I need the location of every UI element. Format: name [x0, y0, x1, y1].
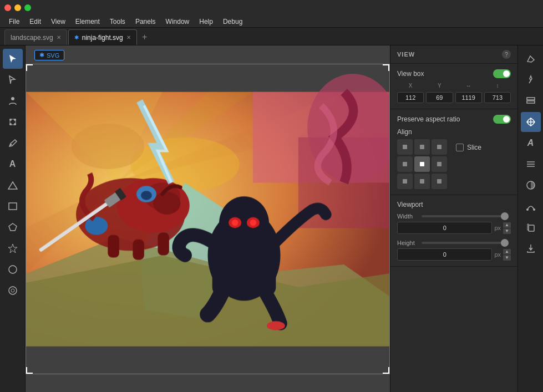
svg-point-27	[153, 191, 180, 214]
viewbox-y-input[interactable]	[426, 92, 453, 103]
tool-path-edit[interactable]	[521, 196, 541, 216]
menu-file[interactable]: File	[4, 17, 24, 27]
align-mc[interactable]	[414, 156, 430, 172]
svg-badge-label: SVG	[47, 52, 59, 59]
tab-close-ninja[interactable]: ✕	[126, 34, 131, 40]
canvas-frame	[26, 64, 390, 374]
maximize-button[interactable]	[24, 4, 31, 11]
svg-badge-prefix: ✱	[39, 52, 44, 59]
tool-list-view[interactable]	[521, 154, 541, 174]
preserve-aspect-text: Preserve aspect ratio	[397, 115, 460, 123]
slice-label: Slice	[467, 144, 481, 151]
viewbox-h-input[interactable]	[484, 92, 511, 103]
viewbox-x-input[interactable]	[397, 92, 424, 103]
tab-label: ninja-fight.svg	[82, 34, 123, 42]
viewport-section: Viewport Width px ▲ ▼ Height	[390, 195, 517, 267]
svg-point-40	[250, 219, 256, 225]
viewbox-toggle[interactable]	[493, 69, 511, 78]
width-increment[interactable]: ▲	[503, 222, 511, 228]
menu-debug[interactable]: Debug	[219, 17, 247, 27]
panel-header: VIEW ?	[390, 45, 517, 64]
viewbox-inputs	[397, 92, 511, 103]
menu-tools[interactable]: Tools	[105, 17, 130, 27]
viewbox-label-text: View box	[397, 70, 424, 78]
height-increment[interactable]: ▲	[503, 249, 511, 254]
svg-badge: ✱ SVG	[34, 50, 64, 60]
tool-layers[interactable]	[521, 91, 541, 111]
tool-nodeedit[interactable]	[3, 112, 23, 132]
height-stepper[interactable]: ▲ ▼	[503, 249, 511, 261]
svg-rect-54	[529, 225, 534, 231]
canvas-area[interactable]: ✱ SVG	[26, 45, 390, 392]
viewbox-axes: X Y ↔ ↕	[397, 83, 511, 90]
canvas-svg	[26, 64, 389, 374]
tool-pentagon[interactable]	[3, 217, 23, 237]
slice-checkbox[interactable]	[456, 144, 464, 151]
align-bl[interactable]	[397, 174, 413, 189]
preserve-aspect-toggle[interactable]	[493, 115, 511, 124]
menu-element[interactable]: Element	[71, 17, 104, 27]
width-slider[interactable]	[422, 215, 509, 217]
menu-view[interactable]: View	[47, 17, 70, 27]
viewbox-w-input[interactable]	[455, 92, 482, 103]
panel-help-button[interactable]: ?	[502, 50, 511, 59]
tab-add-button[interactable]: +	[138, 30, 151, 44]
tool-eraser[interactable]	[521, 49, 541, 69]
tool-copy-paste[interactable]	[521, 217, 541, 237]
menu-edit[interactable]: Edit	[25, 17, 45, 27]
height-slider[interactable]	[422, 242, 509, 244]
svg-rect-47	[527, 101, 535, 103]
tool-mask[interactable]	[521, 175, 541, 195]
tab-label: landscape.svg	[11, 34, 53, 42]
align-mr[interactable]	[432, 156, 447, 172]
minimize-button[interactable]	[14, 4, 21, 11]
tool-type-a[interactable]: A	[521, 133, 541, 153]
viewbox-section: View box X Y ↔ ↕	[390, 64, 517, 109]
svg-point-9	[9, 266, 17, 273]
menubar: File Edit View Element Tools Panels Wind…	[0, 16, 543, 28]
align-bc[interactable]	[414, 174, 430, 189]
align-tc[interactable]	[414, 139, 430, 155]
width-stepper[interactable]: ▲ ▼	[503, 222, 511, 234]
preserve-aspect-section: Preserve aspect ratio Align	[390, 109, 517, 195]
align-ml[interactable]	[397, 156, 413, 172]
align-br[interactable]	[432, 174, 447, 189]
left-toolbar: A	[0, 45, 26, 392]
panel-title: VIEW	[397, 51, 415, 58]
svg-marker-7	[9, 223, 17, 231]
tab-close-landscape[interactable]: ✕	[57, 34, 61, 40]
tool-person[interactable]	[3, 91, 23, 111]
tool-circle[interactable]	[3, 259, 23, 279]
svg-point-29	[141, 191, 152, 200]
menu-help[interactable]: Help	[195, 17, 217, 27]
height-input-row: px ▲ ▼	[397, 248, 511, 261]
tab-landscape[interactable]: landscape.svg ✕	[4, 29, 67, 45]
close-button[interactable]	[4, 4, 11, 11]
height-input[interactable]	[397, 248, 492, 261]
tool-node[interactable]	[3, 70, 23, 90]
width-decrement[interactable]: ▼	[503, 228, 511, 234]
titlebar	[0, 0, 543, 16]
tab-ninja-fight[interactable]: ✱ ninja-fight.svg ✕	[68, 29, 137, 45]
tab-bar: landscape.svg ✕ ✱ ninja-fight.svg ✕ +	[0, 28, 543, 45]
tool-pencil[interactable]	[3, 133, 23, 153]
menu-panels[interactable]: Panels	[131, 17, 160, 27]
tool-select[interactable]	[3, 49, 23, 69]
height-decrement[interactable]: ▼	[503, 255, 511, 261]
tool-triangle[interactable]	[3, 175, 23, 195]
axis-y: Y	[426, 83, 453, 89]
tool-rectangle[interactable]	[3, 196, 23, 216]
align-tl[interactable]	[397, 139, 413, 155]
tool-move-canvas[interactable]	[521, 112, 541, 132]
tool-pen-nib[interactable]	[521, 70, 541, 90]
tool-star[interactable]	[3, 238, 23, 258]
axis-w: ↔	[455, 83, 482, 89]
menu-window[interactable]: Window	[161, 17, 194, 27]
tool-export[interactable]	[521, 238, 541, 258]
tool-target[interactable]	[3, 281, 23, 301]
svg-point-39	[232, 219, 238, 225]
svg-point-33	[85, 216, 108, 235]
width-input[interactable]	[397, 222, 492, 234]
tool-text[interactable]: A	[3, 154, 23, 174]
align-tr[interactable]	[432, 139, 447, 155]
